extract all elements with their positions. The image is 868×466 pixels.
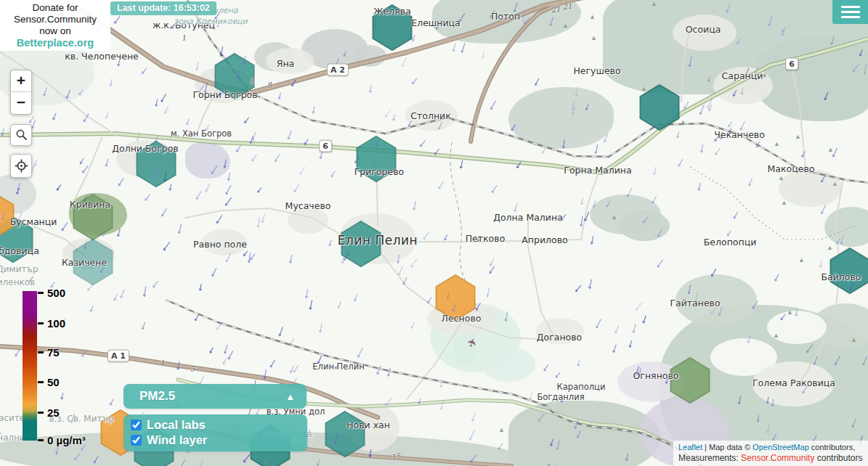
search-button[interactable] xyxy=(10,124,32,146)
openstreetmap-link[interactable]: OpenStreetMap xyxy=(753,443,809,451)
tree-icon: ▲ xyxy=(798,257,805,263)
map-place-label: чални xyxy=(0,433,25,443)
tree-icon: ▲ xyxy=(591,35,597,41)
landcover-patch xyxy=(824,207,868,247)
donate-line: Sensor.Community xyxy=(0,14,110,25)
landcover-patch xyxy=(779,169,843,207)
map-place-label: Априлово xyxy=(522,234,567,245)
map-place-label: Богданлия xyxy=(537,392,584,402)
road-number: 21 xyxy=(551,5,561,15)
zoom-out-button[interactable]: − xyxy=(11,92,31,114)
map-place-label: асите xyxy=(0,413,25,423)
attribution-text: Measurements: xyxy=(678,453,741,463)
road-shield: 6 xyxy=(785,58,798,70)
map-place-label: Григорево xyxy=(354,166,405,177)
map-place-label: Мусачево xyxy=(285,200,331,211)
map-place-label: Столник xyxy=(410,110,451,121)
map-place-label: м. Хан Богров xyxy=(171,128,232,139)
map-place-label: иленков xyxy=(0,277,35,287)
road-number: 21 xyxy=(562,2,572,12)
map-place-label: Долни Богров xyxy=(112,143,178,154)
landcover-patch xyxy=(767,311,827,344)
road-number: 4 xyxy=(159,359,165,367)
road-number: 5 xyxy=(190,364,195,373)
map-place-label: Потоп xyxy=(491,11,520,22)
legend-tick xyxy=(38,381,44,383)
local-labs-label: Local labs xyxy=(147,418,206,432)
zoom-in-button[interactable]: + xyxy=(11,70,31,92)
road-number: 8 xyxy=(249,77,255,86)
menu-button[interactable] xyxy=(832,0,868,24)
local-labs-checkbox[interactable] xyxy=(131,420,142,430)
map-place-label: бдовица xyxy=(0,245,39,256)
tree-icon: ▲ xyxy=(827,147,834,153)
map-place-label: Байлово xyxy=(821,271,861,282)
map-place-label: Караполци xyxy=(557,382,606,392)
donate-line: now on xyxy=(0,25,110,37)
road-shield: A 1 xyxy=(108,350,129,362)
map-place-label: Негушево xyxy=(573,65,620,76)
landcover-patch xyxy=(288,208,328,234)
wind-layer-label: Wind layer xyxy=(147,433,207,447)
legend-tick xyxy=(38,322,44,324)
sensor-community-link[interactable]: Sensor.Community xyxy=(741,453,814,463)
map-place-label: Доганово xyxy=(537,332,582,343)
map-place-label: Гайтанево xyxy=(670,298,720,308)
map-place-label: Макоцево xyxy=(768,163,815,174)
locate-button[interactable] xyxy=(10,154,32,178)
legend-tick xyxy=(38,292,44,294)
tree-icon: ▲ xyxy=(795,134,801,140)
hamburger-icon xyxy=(841,16,860,19)
last-update-badge: Last update: 16:53:02 xyxy=(110,1,216,15)
legend-tick-label: 50 xyxy=(47,376,60,388)
map-place-label: Казичене xyxy=(62,257,107,268)
map-place-label: Лесново xyxy=(442,313,482,324)
sensor-hexagon[interactable] xyxy=(324,410,366,458)
local-labs-toggle[interactable]: Local labs xyxy=(129,417,301,433)
collapse-icon: ▲ xyxy=(285,391,295,402)
map-place-label: Равно поле xyxy=(193,239,247,250)
wind-layer-toggle[interactable]: Wind layer xyxy=(129,433,301,448)
road-shield: 6 xyxy=(319,140,332,152)
map-place-label: Елешница xyxy=(411,17,460,28)
map-place-label: Долна Малина xyxy=(493,212,563,223)
legend-tick xyxy=(38,412,44,414)
map-place-label: Осоица xyxy=(686,24,721,35)
leaflet-link[interactable]: Leaflet xyxy=(678,443,702,451)
map-place-label: кв. Челопечене xyxy=(65,51,139,62)
pollutant-label: PM2.5 xyxy=(139,389,175,404)
legend-tick xyxy=(38,351,44,353)
hamburger-icon xyxy=(841,6,860,9)
wind-layer-checkbox[interactable] xyxy=(131,435,142,446)
attribution: Leaflet | Map data © OpenStreetMap contr… xyxy=(673,441,868,466)
sensor-hexagon[interactable] xyxy=(638,83,681,131)
map-place-label: Огняново xyxy=(633,370,679,381)
layer-toggle-panel: Local labs Wind layer xyxy=(123,414,307,451)
map-place-label: Нови хан xyxy=(346,420,390,430)
road-number: 15 xyxy=(391,452,401,462)
landcover-patch xyxy=(508,401,661,466)
map-place-label: Горна Малина xyxy=(564,165,631,176)
betterplace-link[interactable]: Betterplace.org xyxy=(0,37,110,49)
legend-tick-label: 500 xyxy=(47,287,65,299)
map[interactable]: ж.к. Ботунецкв. ЧелопеченеПромишленазона… xyxy=(0,0,868,466)
zoom-control: + − xyxy=(10,70,32,115)
landcover-patch xyxy=(508,87,614,149)
tree-icon: ▲ xyxy=(680,119,686,126)
map-place-label: в.з. Св. Митър xyxy=(49,414,113,424)
map-place-label: зона Кремиковци xyxy=(174,17,248,26)
attribution-text: contributors, xyxy=(809,443,856,451)
map-place-label: Горни Богров xyxy=(192,89,257,100)
map-place-label: Белопопци xyxy=(704,237,757,248)
pollutant-dropdown[interactable]: PM2.5 ▲ xyxy=(123,384,307,409)
map-place-label: Елин Пелин xyxy=(312,361,364,372)
donate-line: Donate for xyxy=(0,2,110,14)
donate-panel: Donate for Sensor.Community now on Bette… xyxy=(0,0,110,51)
crosshair-icon xyxy=(15,159,28,173)
map-place-label: Саранци xyxy=(722,70,763,81)
road-number: 8 xyxy=(267,81,272,89)
map-place-label: Голема Раковица xyxy=(753,377,835,388)
tree-icon: ▲ xyxy=(774,141,780,147)
landcover-patch xyxy=(185,142,230,179)
tree-icon: ▲ xyxy=(589,14,596,20)
